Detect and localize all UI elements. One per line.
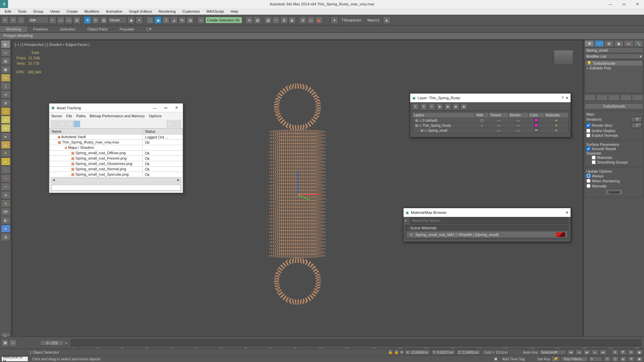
manually-radio[interactable] (586, 184, 591, 188)
left-tool-icon[interactable]: ● (1, 116, 10, 124)
time-position[interactable]: 0 / 225 (40, 340, 64, 346)
frame-field[interactable]: 0 (589, 356, 602, 362)
left-tool-icon[interactable]: ⟆ (1, 82, 10, 90)
script-listener[interactable]: Welcome to M (1, 356, 28, 362)
left-tool-icon[interactable]: ✦ (1, 174, 10, 182)
left-tool-icon[interactable]: ● (1, 132, 10, 140)
show-end-icon[interactable] (596, 95, 608, 101)
nav-maximize-icon[interactable]: ▣ (636, 356, 643, 362)
setkey-label[interactable]: Set Key (537, 357, 550, 361)
layer-hide-icon[interactable]: ◈ (452, 103, 459, 110)
render-setup-icon[interactable]: ⚙ (299, 16, 307, 24)
asset-status-input[interactable] (51, 185, 181, 191)
hierarchy-tab-icon[interactable]: ⊞ (604, 40, 614, 47)
left-tool-icon[interactable]: ▦ (1, 65, 10, 73)
minimize-button[interactable]: — (604, 0, 617, 8)
left-tool-icon[interactable]: ● (1, 225, 10, 233)
left-tool-icon[interactable]: ☀ (1, 149, 10, 157)
asset-highlight-icon[interactable] (73, 121, 80, 127)
rollout-turbosmooth[interactable]: TurboSmooth (585, 103, 643, 109)
nav-pan-icon[interactable]: ✥ (612, 350, 619, 355)
layer-new-icon[interactable]: ≡ (412, 103, 419, 110)
layer-col-render[interactable]: Render (508, 113, 528, 118)
layer-help-button[interactable]: ? (561, 96, 564, 100)
menu-customize[interactable]: Customize (179, 9, 203, 14)
asset-maximize-button[interactable]: ▭ (161, 106, 170, 110)
nav-walk-icon[interactable]: 👁 (628, 356, 635, 362)
pin-stack-icon[interactable] (585, 95, 596, 101)
rotate-icon[interactable]: ⟳ (92, 16, 99, 24)
keymode-dropdown[interactable]: Selected ▾ (539, 350, 566, 355)
asset-minimize-button[interactable]: — (151, 106, 159, 110)
menu-views[interactable]: Views (47, 9, 63, 14)
mat-section-header[interactable]: - Scene Materials (406, 225, 568, 231)
play-icon[interactable]: ▶ (584, 350, 590, 355)
render-icon[interactable]: 🫖 (315, 16, 323, 24)
left-tool-icon[interactable]: ▭ (1, 107, 10, 115)
asset-hscroll[interactable] (51, 178, 181, 183)
coord-z[interactable]: Z: 2,3481cm (457, 350, 480, 355)
layer-freeze-icon[interactable]: ◈ (461, 103, 467, 110)
keyfilters-button[interactable]: Key Filters... (561, 357, 588, 361)
nav-orbit-icon[interactable]: ⟳ (628, 350, 635, 355)
time-config-icon[interactable]: ⏱ (604, 356, 610, 362)
motion-tab-icon[interactable]: ◉ (614, 40, 624, 47)
smgroups-check[interactable] (592, 160, 596, 164)
viewport-label[interactable]: [ + ] [ Perspective ] [ Shaded + Edged F… (15, 43, 90, 47)
utilities-tab-icon[interactable]: 🔧 (634, 40, 643, 47)
isoline-check[interactable] (586, 129, 590, 133)
left-tool-icon[interactable]: ⊞ (1, 233, 10, 241)
create-selection-dropdown[interactable]: Create Selection Se (205, 17, 242, 23)
tsinspector-label[interactable]: TSInspector (339, 18, 364, 22)
goto-start-icon[interactable]: ⏮ (568, 350, 574, 355)
curve-editor-icon[interactable]: 〰 (272, 16, 280, 24)
asset-col-name[interactable]: Name (50, 129, 143, 134)
named-sel-icon[interactable]: ▭ (197, 16, 205, 24)
create-tab-icon[interactable]: ✺ (585, 40, 594, 47)
lock2-icon[interactable]: 🔒 (394, 350, 399, 354)
layer-col-color[interactable]: Color (528, 113, 544, 118)
nav-zoom-icon[interactable]: 🔍 (620, 350, 627, 355)
layer-col-layers[interactable]: Layers (413, 113, 475, 118)
menu-grapheditors[interactable]: Graph Editors (126, 9, 155, 14)
left-tool-icon[interactable]: ◐ (1, 216, 10, 224)
left-tool-icon[interactable]: ● (1, 158, 10, 166)
percent-icon[interactable]: % (178, 16, 186, 24)
left-tool-icon[interactable]: ✦ (1, 74, 10, 82)
modify-tab-icon[interactable]: 〰 (594, 40, 604, 47)
pivot-icon[interactable]: ◉ (127, 16, 135, 24)
left-tool-icon[interactable]: ▤ (1, 57, 10, 65)
left-tool-icon[interactable]: ◐ (1, 40, 10, 48)
asset-menu-bitmap[interactable]: Bitmap Performance and Memory (90, 114, 145, 118)
asset-menu-paths[interactable]: Paths (76, 114, 86, 118)
layer-col-radiosity[interactable]: Radiosity (544, 113, 569, 118)
ribbon-overflow[interactable]: ▢▾ (140, 26, 158, 32)
menu-create[interactable]: Create (63, 9, 81, 14)
layer-add-icon[interactable]: + (428, 103, 435, 110)
link-icon[interactable]: ⟋ (17, 16, 25, 24)
asset-filter-icon[interactable] (167, 121, 173, 127)
select-icon[interactable]: ↖ (49, 16, 56, 24)
viewcube-icon[interactable] (554, 50, 573, 65)
undo-icon[interactable]: ↶ (1, 16, 9, 24)
asset-menu-file[interactable]: File (66, 114, 72, 118)
mat-close-button[interactable]: ✕ (566, 210, 569, 215)
menu-rendering[interactable]: Rendering (155, 9, 179, 14)
render-iters-check[interactable] (586, 123, 590, 127)
asset-opts-icon[interactable] (174, 121, 181, 127)
asset-row[interactable]: ▣ Thin_Spring_Rusty_max_vray.maxOk (50, 140, 183, 145)
schematic-icon[interactable]: ⊞ (280, 16, 288, 24)
unique-icon[interactable] (608, 95, 620, 101)
display-tab-icon[interactable]: ▭ (624, 40, 633, 47)
goto-end-icon[interactable]: ⏭ (600, 350, 606, 355)
align-icon[interactable]: ▤ (254, 16, 261, 24)
nav-max-icon[interactable]: ▣ (636, 350, 643, 355)
layer-close-button[interactable]: ✕ (566, 96, 569, 100)
menu-edit[interactable]: Edit (1, 9, 14, 14)
asset-row[interactable]: ▦ Spring_small_rust_Diffuse.pngOk (50, 150, 183, 156)
transform-gizmo-icon[interactable] (298, 194, 298, 194)
asset-list-icon[interactable] (66, 121, 73, 127)
left-tool-icon[interactable]: ⁖ (1, 166, 10, 174)
ribbon-objectpaint[interactable]: Object Paint (82, 26, 114, 32)
asset-row[interactable]: ▦ Spring_small_rust_Specular.pngOk (50, 172, 183, 177)
